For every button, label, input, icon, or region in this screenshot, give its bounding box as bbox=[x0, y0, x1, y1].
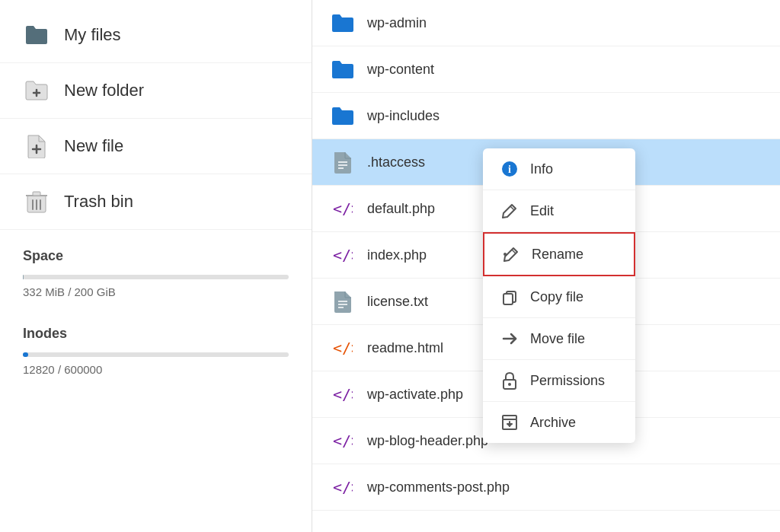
svg-rect-6 bbox=[33, 192, 40, 196]
main-file-area: wp-admin wp-content wp-includes bbox=[312, 0, 780, 532]
code-file-icon: </> bbox=[331, 428, 355, 453]
svg-text:</>: </> bbox=[333, 479, 353, 495]
sidebar-item-new-file[interactable]: New file bbox=[0, 119, 312, 174]
move-icon bbox=[500, 329, 519, 349]
folder-icon bbox=[331, 11, 355, 35]
context-menu-item-archive-label: Archive bbox=[530, 415, 576, 431]
sidebar-item-new-folder[interactable]: New folder bbox=[0, 63, 312, 119]
text-file-icon bbox=[331, 150, 355, 174]
sidebar-item-trash-bin[interactable]: Trash bin bbox=[0, 174, 312, 230]
sidebar: My files New folder New file bbox=[0, 0, 312, 532]
space-progress-fill bbox=[23, 275, 24, 279]
svg-text:</>: </> bbox=[333, 386, 353, 403]
sidebar-item-my-files[interactable]: My files bbox=[0, 8, 312, 63]
inodes-progress-track bbox=[23, 352, 289, 357]
file-name: wp-comments-post.php bbox=[367, 479, 762, 495]
context-menu-item-edit-label: Edit bbox=[530, 203, 554, 219]
context-menu-item-move-label: Move file bbox=[530, 331, 585, 347]
archive-icon bbox=[500, 413, 519, 432]
context-menu-item-edit[interactable]: Edit bbox=[483, 190, 635, 232]
context-menu-item-info[interactable]: i Info bbox=[483, 148, 635, 190]
context-menu-item-copy-label: Copy file bbox=[530, 289, 583, 305]
trash-icon bbox=[23, 188, 50, 215]
sidebar-item-new-file-label: New file bbox=[64, 136, 123, 156]
folder-icon bbox=[331, 57, 355, 81]
code-file-icon: </> bbox=[331, 196, 355, 221]
inodes-progress-fill bbox=[23, 352, 28, 357]
file-name: wp-includes bbox=[367, 108, 762, 124]
inodes-progress-bar-container bbox=[0, 348, 312, 360]
context-menu-item-copy[interactable]: Copy file bbox=[483, 276, 635, 318]
info-icon: i bbox=[500, 159, 519, 179]
context-menu-item-rename-label: Rename bbox=[532, 247, 583, 263]
svg-text:</>: </> bbox=[333, 339, 353, 356]
svg-text:</>: </> bbox=[333, 247, 353, 263]
code-file-icon-orange: </> bbox=[331, 336, 355, 360]
context-menu: i Info Edit Rename bbox=[483, 148, 635, 443]
context-menu-item-move[interactable]: Move file bbox=[483, 318, 635, 360]
context-menu-item-rename[interactable]: Rename bbox=[483, 232, 635, 276]
inodes-section-label: Inodes bbox=[0, 307, 312, 348]
edit-icon bbox=[500, 201, 519, 221]
file-row[interactable]: </> wp-comments-post.php bbox=[312, 464, 780, 511]
lock-icon bbox=[500, 371, 519, 390]
file-name: wp-content bbox=[367, 62, 762, 78]
copy-icon bbox=[500, 287, 519, 307]
sidebar-item-trash-bin-label: Trash bin bbox=[64, 192, 133, 212]
file-row[interactable]: wp-content bbox=[312, 46, 780, 93]
svg-text:</>: </> bbox=[333, 432, 353, 449]
sidebar-item-my-files-label: My files bbox=[64, 25, 121, 45]
svg-point-26 bbox=[503, 253, 507, 256]
context-menu-item-archive[interactable]: Archive bbox=[483, 402, 635, 443]
context-menu-item-permissions[interactable]: Permissions bbox=[483, 360, 635, 402]
code-file-icon: </> bbox=[331, 243, 355, 267]
svg-point-31 bbox=[508, 383, 511, 386]
new-file-icon bbox=[23, 132, 50, 160]
rename-icon bbox=[501, 244, 521, 264]
svg-text:i: i bbox=[508, 164, 511, 175]
folder-icon bbox=[331, 104, 355, 128]
file-row[interactable]: wp-includes bbox=[312, 93, 780, 139]
text-file-icon bbox=[331, 289, 355, 314]
space-progress-track bbox=[23, 275, 289, 279]
inodes-value-label: 12820 / 600000 bbox=[0, 360, 312, 385]
svg-rect-28 bbox=[503, 294, 513, 304]
sidebar-item-new-folder-label: New folder bbox=[64, 81, 144, 100]
space-value-label: 332 MiB / 200 GiB bbox=[0, 282, 312, 307]
context-menu-item-info-label: Info bbox=[530, 161, 553, 177]
code-file-icon: </> bbox=[331, 475, 355, 499]
new-folder-icon bbox=[23, 77, 50, 104]
code-file-icon: </> bbox=[331, 382, 355, 406]
file-row[interactable]: wp-admin bbox=[312, 0, 780, 46]
space-progress-bar-container bbox=[0, 270, 312, 282]
svg-text:</>: </> bbox=[333, 200, 353, 217]
file-name: wp-admin bbox=[367, 15, 762, 31]
folder-icon bbox=[23, 21, 50, 49]
context-menu-item-permissions-label: Permissions bbox=[530, 373, 605, 389]
space-section-label: Space bbox=[0, 230, 312, 270]
